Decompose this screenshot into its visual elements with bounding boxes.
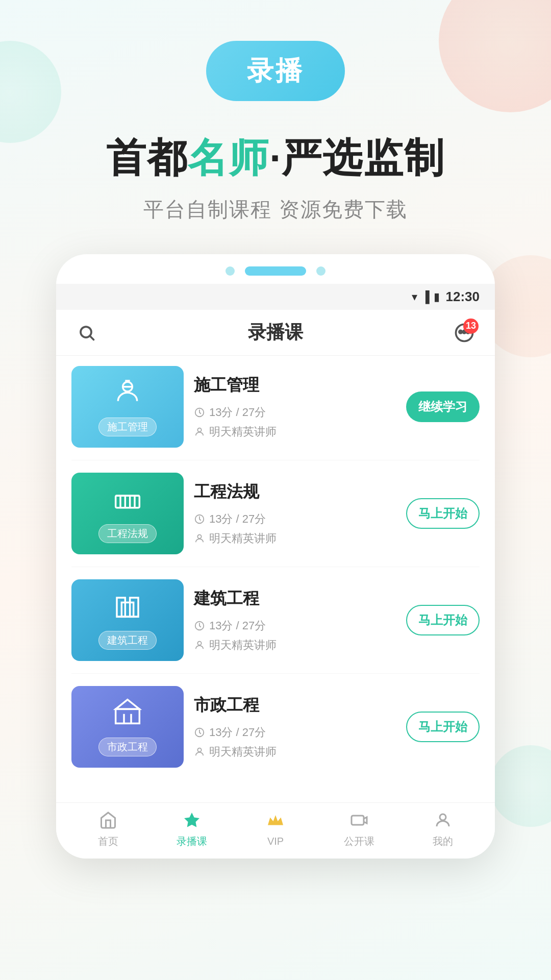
phone-mockup: ▾ ▐ ▮ 12:30 录播课 13 (56, 254, 495, 859)
status-time: 12:30 (446, 289, 480, 305)
svg-point-3 (459, 330, 462, 333)
dot-right (316, 266, 325, 276)
course-item-shizheng[interactable]: 市政工程 市政工程 13分 / 27分 明天精英讲师 马上开始 (71, 686, 480, 780)
status-bar: ▾ ▐ ▮ 12:30 (56, 284, 495, 310)
search-button[interactable] (74, 321, 99, 345)
start-button-shizheng[interactable]: 马上开始 (406, 712, 480, 742)
nav-item-mine[interactable]: 我的 (401, 811, 485, 848)
course-duration-shigong: 13分 / 27分 (209, 405, 266, 420)
svg-marker-29 (184, 813, 199, 827)
course-thumb-shigong: 施工管理 (71, 366, 184, 448)
course-teacher-gongcheng: 明天精英讲师 (194, 531, 396, 546)
course-action-shizheng[interactable]: 马上开始 (406, 712, 480, 742)
course-teacher-shigong: 明天精英讲师 (194, 424, 396, 439)
dot-middle (245, 266, 306, 276)
course-duration-gongcheng: 13分 / 27分 (209, 511, 266, 527)
app-header: 录播课 13 (56, 310, 495, 356)
course-duration-jianzhu: 13分 / 27分 (209, 618, 266, 633)
course-item-shigong[interactable]: 施工管理 施工管理 13分 / 27分 明天精英讲师 继续学习 (71, 366, 480, 460)
course-thumb-gongcheng: 工程法规 (71, 473, 184, 554)
svg-point-22 (197, 642, 201, 645)
headline-part2: ·严选监制 (269, 135, 445, 180)
thumb-icon-shigong (113, 377, 142, 411)
course-name-shigong: 施工管理 (194, 374, 396, 397)
start-button-gongcheng[interactable]: 马上开始 (406, 498, 480, 529)
course-teacher-shizheng: 明天精英讲师 (194, 744, 396, 760)
signal-icon: ▐ (421, 290, 430, 304)
svg-rect-9 (116, 496, 140, 507)
nav-label-vip: VIP (267, 836, 284, 847)
dot-left (226, 266, 235, 276)
status-icons: ▾ ▐ ▮ (412, 290, 440, 304)
headline: 首都名师·严选监制 (106, 132, 445, 185)
course-meta-shigong: 13分 / 27分 (194, 405, 396, 420)
teacher-name-jianzhu: 明天精英讲师 (209, 638, 277, 653)
headline-highlight: 名师 (188, 135, 269, 180)
course-info-gongcheng: 工程法规 13分 / 27分 明天精英讲师 (184, 481, 406, 546)
thumb-label-jianzhu: 建筑工程 (98, 631, 157, 650)
course-info-jianzhu: 建筑工程 13分 / 27分 明天精英讲师 (184, 587, 406, 653)
battery-icon: ▮ (434, 290, 440, 304)
nav-label-mine: 我的 (433, 835, 453, 848)
nav-item-home[interactable]: 首页 (66, 811, 150, 848)
course-name-shizheng: 市政工程 (194, 694, 396, 717)
svg-line-1 (90, 336, 94, 339)
thumb-icon-jianzhu (113, 591, 142, 625)
start-button-jianzhu[interactable]: 马上开始 (406, 605, 480, 635)
nav-item-vip[interactable]: VIP (234, 812, 317, 847)
teacher-name-shigong: 明天精英讲师 (209, 424, 277, 439)
nav-item-live[interactable]: 公开课 (317, 811, 401, 848)
course-meta-gongcheng: 13分 / 27分 (194, 511, 396, 527)
svg-rect-30 (352, 816, 364, 825)
course-name-gongcheng: 工程法规 (194, 481, 396, 503)
course-action-gongcheng[interactable]: 马上开始 (406, 498, 480, 529)
thumb-icon-gongcheng (113, 484, 142, 518)
course-duration-shizheng: 13分 / 27分 (209, 725, 266, 740)
course-meta-jianzhu: 13分 / 27分 (194, 618, 396, 633)
course-info-shizheng: 市政工程 13分 / 27分 明天精英讲师 (184, 694, 406, 760)
course-thumb-jianzhu: 建筑工程 (71, 579, 184, 661)
nav-label-recording: 录播课 (177, 835, 207, 848)
top-section: 录播 首都名师·严选监制 平台自制课程 资源免费下载 ▾ ▐ ▮ 12:30 (0, 0, 551, 859)
nav-icon-live (350, 811, 368, 831)
svg-point-28 (197, 748, 201, 752)
bottom-nav: 首页 录播课 VIP 公开课 我的 (56, 802, 495, 859)
wifi-icon: ▾ (412, 290, 417, 304)
teacher-name-gongcheng: 明天精英讲师 (209, 531, 277, 546)
course-meta-shizheng: 13分 / 27分 (194, 725, 396, 740)
notification-count: 13 (463, 318, 479, 334)
nav-icon-recording (183, 811, 201, 831)
course-list: 施工管理 施工管理 13分 / 27分 明天精英讲师 继续学习 工程法规 工程法… (56, 356, 495, 802)
notification-button[interactable]: 13 (452, 321, 477, 345)
svg-rect-19 (121, 602, 133, 617)
course-info-shigong: 施工管理 13分 / 27分 明天精英讲师 (184, 374, 406, 439)
phone-dots (56, 254, 495, 284)
course-teacher-jianzhu: 明天精英讲师 (194, 638, 396, 653)
subtitle: 平台自制课程 资源免费下载 (143, 195, 407, 224)
continue-button-shigong[interactable]: 继续学习 (406, 391, 480, 422)
svg-point-31 (440, 814, 446, 820)
app-title: 录播课 (248, 320, 303, 345)
nav-icon-vip (266, 812, 285, 832)
course-thumb-shizheng: 市政工程 (71, 686, 184, 768)
nav-icon-home (99, 811, 117, 831)
thumb-icon-shizheng (113, 697, 142, 731)
course-action-jianzhu[interactable]: 马上开始 (406, 605, 480, 635)
headline-part1: 首都 (106, 135, 188, 180)
nav-icon-mine (434, 811, 452, 831)
thumb-label-shizheng: 市政工程 (98, 738, 157, 756)
nav-item-recording[interactable]: 录播课 (150, 811, 234, 848)
teacher-name-shizheng: 明天精英讲师 (209, 744, 277, 760)
thumb-label-shigong: 施工管理 (98, 418, 157, 436)
svg-marker-24 (116, 700, 140, 709)
recording-badge[interactable]: 录播 (206, 41, 345, 101)
nav-label-live: 公开课 (344, 835, 374, 848)
course-item-gongcheng[interactable]: 工程法规 工程法规 13分 / 27分 明天精英讲师 马上开始 (71, 473, 480, 567)
svg-point-16 (197, 535, 201, 538)
svg-point-8 (197, 428, 201, 432)
nav-label-home: 首页 (98, 835, 118, 848)
course-name-jianzhu: 建筑工程 (194, 587, 396, 610)
course-action-shigong[interactable]: 继续学习 (406, 391, 480, 422)
svg-rect-23 (116, 709, 140, 723)
course-item-jianzhu[interactable]: 建筑工程 建筑工程 13分 / 27分 明天精英讲师 马上开始 (71, 579, 480, 674)
